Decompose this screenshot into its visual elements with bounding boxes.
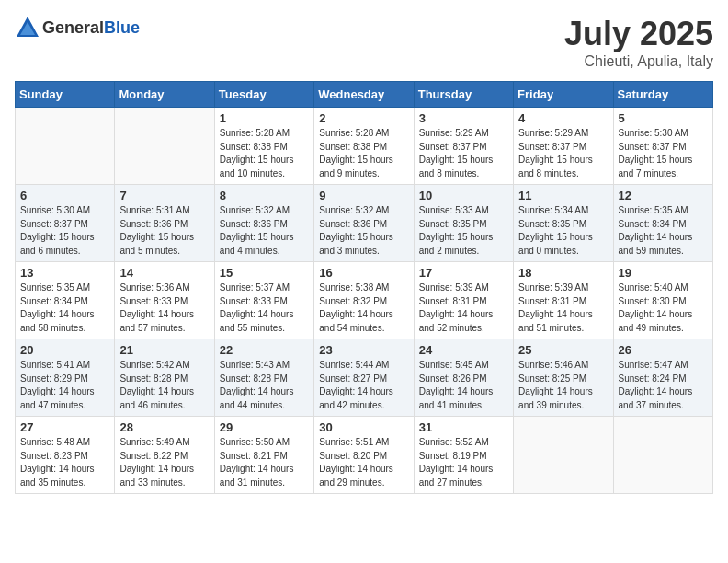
- weekday-header-saturday: Saturday: [613, 82, 712, 108]
- calendar-cell: 11Sunrise: 5:34 AM Sunset: 8:35 PM Dayli…: [514, 185, 613, 262]
- logo-general: General: [42, 18, 104, 37]
- day-info: Sunrise: 5:45 AM Sunset: 8:26 PM Dayligh…: [419, 359, 508, 412]
- day-number: 30: [319, 420, 408, 434]
- calendar-week-2: 6Sunrise: 5:30 AM Sunset: 8:37 PM Daylig…: [16, 185, 713, 262]
- day-number: 4: [518, 111, 608, 125]
- calendar-cell: 12Sunrise: 5:35 AM Sunset: 8:34 PM Dayli…: [613, 185, 712, 262]
- day-number: 6: [20, 189, 109, 202]
- day-number: 21: [119, 343, 209, 357]
- calendar-cell: 25Sunrise: 5:46 AM Sunset: 8:25 PM Dayli…: [514, 339, 613, 417]
- day-number: 26: [619, 343, 708, 357]
- day-info: Sunrise: 5:49 AM Sunset: 8:22 PM Dayligh…: [119, 436, 209, 489]
- day-number: 9: [319, 189, 408, 202]
- day-number: 29: [220, 420, 309, 434]
- day-number: 13: [20, 266, 109, 280]
- day-number: 28: [119, 420, 209, 434]
- calendar-cell: 28Sunrise: 5:49 AM Sunset: 8:22 PM Dayli…: [115, 417, 214, 494]
- day-number: 27: [20, 420, 109, 434]
- day-info: Sunrise: 5:35 AM Sunset: 8:34 PM Dayligh…: [20, 282, 109, 335]
- day-info: Sunrise: 5:34 AM Sunset: 8:35 PM Dayligh…: [518, 204, 608, 258]
- day-number: 15: [220, 266, 309, 280]
- day-number: 20: [20, 343, 109, 357]
- day-info: Sunrise: 5:37 AM Sunset: 8:33 PM Dayligh…: [220, 282, 309, 335]
- day-info: Sunrise: 5:47 AM Sunset: 8:24 PM Dayligh…: [619, 359, 708, 412]
- calendar-cell: 9Sunrise: 5:32 AM Sunset: 8:36 PM Daylig…: [314, 185, 414, 262]
- calendar-cell: 8Sunrise: 5:32 AM Sunset: 8:36 PM Daylig…: [214, 185, 313, 262]
- day-info: Sunrise: 5:44 AM Sunset: 8:27 PM Dayligh…: [319, 359, 408, 412]
- calendar-cell: 14Sunrise: 5:36 AM Sunset: 8:33 PM Dayli…: [115, 262, 214, 339]
- calendar-cell: [514, 417, 613, 494]
- day-number: 8: [220, 189, 309, 202]
- day-info: Sunrise: 5:28 AM Sunset: 8:38 PM Dayligh…: [319, 127, 408, 180]
- day-info: Sunrise: 5:46 AM Sunset: 8:25 PM Dayligh…: [518, 359, 608, 412]
- day-info: Sunrise: 5:39 AM Sunset: 8:31 PM Dayligh…: [518, 282, 608, 335]
- day-info: Sunrise: 5:29 AM Sunset: 8:37 PM Dayligh…: [518, 127, 608, 180]
- day-info: Sunrise: 5:31 AM Sunset: 8:36 PM Dayligh…: [119, 204, 209, 258]
- day-info: Sunrise: 5:38 AM Sunset: 8:32 PM Dayligh…: [319, 282, 408, 335]
- day-info: Sunrise: 5:32 AM Sunset: 8:36 PM Dayligh…: [319, 204, 408, 258]
- day-info: Sunrise: 5:33 AM Sunset: 8:35 PM Dayligh…: [419, 204, 508, 258]
- calendar-week-4: 20Sunrise: 5:41 AM Sunset: 8:29 PM Dayli…: [16, 339, 713, 417]
- day-number: 22: [220, 343, 309, 357]
- weekday-header-row: SundayMondayTuesdayWednesdayThursdayFrid…: [16, 82, 713, 108]
- calendar-cell: [115, 108, 214, 185]
- calendar-cell: 23Sunrise: 5:44 AM Sunset: 8:27 PM Dayli…: [314, 339, 414, 417]
- calendar-cell: 10Sunrise: 5:33 AM Sunset: 8:35 PM Dayli…: [414, 185, 513, 262]
- calendar-cell: 5Sunrise: 5:30 AM Sunset: 8:37 PM Daylig…: [613, 108, 712, 185]
- calendar-week-3: 13Sunrise: 5:35 AM Sunset: 8:34 PM Dayli…: [16, 262, 713, 339]
- day-number: 19: [619, 266, 708, 280]
- calendar-cell: 17Sunrise: 5:39 AM Sunset: 8:31 PM Dayli…: [414, 262, 513, 339]
- day-number: 16: [319, 266, 408, 280]
- calendar-cell: 26Sunrise: 5:47 AM Sunset: 8:24 PM Dayli…: [613, 339, 712, 417]
- location-title: Chieuti, Apulia, Italy: [564, 53, 713, 70]
- calendar-cell: 7Sunrise: 5:31 AM Sunset: 8:36 PM Daylig…: [115, 185, 214, 262]
- day-info: Sunrise: 5:42 AM Sunset: 8:28 PM Dayligh…: [119, 359, 209, 412]
- title-block: July 2025 Chieuti, Apulia, Italy: [564, 15, 713, 70]
- day-info: Sunrise: 5:32 AM Sunset: 8:36 PM Dayligh…: [220, 204, 309, 258]
- calendar-cell: [16, 108, 115, 185]
- day-info: Sunrise: 5:48 AM Sunset: 8:23 PM Dayligh…: [20, 436, 109, 489]
- day-number: 24: [419, 343, 508, 357]
- day-info: Sunrise: 5:39 AM Sunset: 8:31 PM Dayligh…: [419, 282, 508, 335]
- day-number: 14: [119, 266, 209, 280]
- day-number: 3: [419, 111, 508, 125]
- calendar-cell: 30Sunrise: 5:51 AM Sunset: 8:20 PM Dayli…: [314, 417, 414, 494]
- calendar-cell: 20Sunrise: 5:41 AM Sunset: 8:29 PM Dayli…: [16, 339, 115, 417]
- calendar-cell: 4Sunrise: 5:29 AM Sunset: 8:37 PM Daylig…: [514, 108, 613, 185]
- weekday-header-friday: Friday: [514, 82, 613, 108]
- day-info: Sunrise: 5:41 AM Sunset: 8:29 PM Dayligh…: [20, 359, 109, 412]
- calendar-cell: 22Sunrise: 5:43 AM Sunset: 8:28 PM Dayli…: [214, 339, 313, 417]
- day-number: 12: [619, 189, 708, 202]
- day-info: Sunrise: 5:30 AM Sunset: 8:37 PM Dayligh…: [20, 204, 109, 258]
- month-title: July 2025: [564, 15, 713, 53]
- calendar-cell: 24Sunrise: 5:45 AM Sunset: 8:26 PM Dayli…: [414, 339, 513, 417]
- day-info: Sunrise: 5:40 AM Sunset: 8:30 PM Dayligh…: [619, 282, 708, 335]
- calendar-table: SundayMondayTuesdayWednesdayThursdayFrid…: [15, 81, 713, 494]
- logo-icon: [15, 15, 40, 40]
- day-info: Sunrise: 5:29 AM Sunset: 8:37 PM Dayligh…: [419, 127, 508, 180]
- calendar-cell: 2Sunrise: 5:28 AM Sunset: 8:38 PM Daylig…: [314, 108, 414, 185]
- page-header: GeneralBlue July 2025 Chieuti, Apulia, I…: [15, 15, 713, 70]
- day-number: 18: [518, 266, 608, 280]
- day-number: 10: [419, 189, 508, 202]
- day-info: Sunrise: 5:50 AM Sunset: 8:21 PM Dayligh…: [220, 436, 309, 489]
- calendar-cell: 18Sunrise: 5:39 AM Sunset: 8:31 PM Dayli…: [514, 262, 613, 339]
- day-info: Sunrise: 5:43 AM Sunset: 8:28 PM Dayligh…: [220, 359, 309, 412]
- day-number: 1: [220, 111, 309, 125]
- calendar-cell: 3Sunrise: 5:29 AM Sunset: 8:37 PM Daylig…: [414, 108, 513, 185]
- day-info: Sunrise: 5:51 AM Sunset: 8:20 PM Dayligh…: [319, 436, 408, 489]
- calendar-cell: 1Sunrise: 5:28 AM Sunset: 8:38 PM Daylig…: [214, 108, 313, 185]
- weekday-header-wednesday: Wednesday: [314, 82, 414, 108]
- day-number: 7: [119, 189, 209, 202]
- calendar-cell: 31Sunrise: 5:52 AM Sunset: 8:19 PM Dayli…: [414, 417, 513, 494]
- logo-blue: Blue: [104, 18, 140, 37]
- calendar-cell: 6Sunrise: 5:30 AM Sunset: 8:37 PM Daylig…: [16, 185, 115, 262]
- calendar-cell: 29Sunrise: 5:50 AM Sunset: 8:21 PM Dayli…: [214, 417, 313, 494]
- weekday-header-tuesday: Tuesday: [214, 82, 313, 108]
- day-info: Sunrise: 5:28 AM Sunset: 8:38 PM Dayligh…: [220, 127, 309, 180]
- calendar-cell: 21Sunrise: 5:42 AM Sunset: 8:28 PM Dayli…: [115, 339, 214, 417]
- calendar-week-1: 1Sunrise: 5:28 AM Sunset: 8:38 PM Daylig…: [16, 108, 713, 185]
- calendar-cell: 13Sunrise: 5:35 AM Sunset: 8:34 PM Dayli…: [16, 262, 115, 339]
- calendar-cell: 15Sunrise: 5:37 AM Sunset: 8:33 PM Dayli…: [214, 262, 313, 339]
- day-number: 31: [419, 420, 508, 434]
